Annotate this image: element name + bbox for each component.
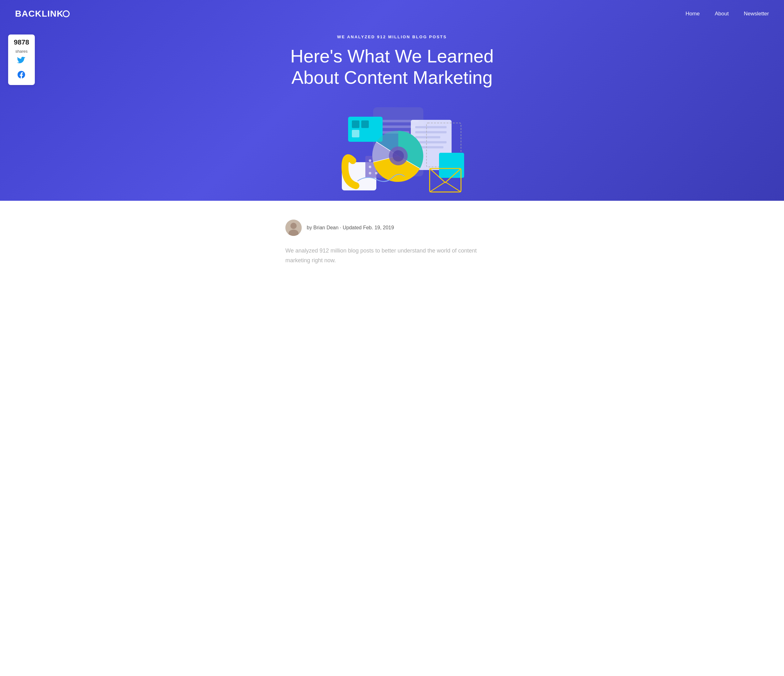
svg-line-19 bbox=[445, 182, 461, 192]
hero-subtitle: We analyzed 912 million blog posts bbox=[337, 34, 447, 39]
article-intro: We analyzed 912 million blog posts to be… bbox=[285, 246, 499, 265]
site-logo[interactable]: BACKLINK bbox=[15, 9, 70, 19]
svg-point-24 bbox=[369, 166, 371, 168]
svg-rect-15 bbox=[439, 153, 464, 178]
svg-rect-6 bbox=[415, 131, 446, 133]
twitter-share-button[interactable] bbox=[17, 57, 26, 68]
svg-point-34 bbox=[393, 150, 404, 162]
hero-title: Here's What We Learned About Content Mar… bbox=[273, 45, 511, 89]
nav-links: Home About Newsletter bbox=[686, 11, 769, 17]
author-row: by Brian Dean · Updated Feb. 19, 2019 bbox=[285, 220, 499, 236]
hero-illustration bbox=[304, 101, 480, 198]
facebook-share-button[interactable] bbox=[17, 71, 25, 81]
logo-o-icon bbox=[63, 10, 70, 17]
svg-rect-12 bbox=[352, 120, 359, 128]
share-count: 9878 bbox=[14, 39, 29, 46]
svg-point-28 bbox=[375, 172, 378, 174]
share-label: shares bbox=[16, 49, 28, 54]
main-nav: BACKLINK Home About Newsletter bbox=[0, 0, 784, 28]
svg-rect-8 bbox=[415, 141, 446, 143]
svg-point-21 bbox=[369, 159, 371, 162]
author-meta: by Brian Dean · Updated Feb. 19, 2019 bbox=[307, 225, 394, 231]
content-section: by Brian Dean · Updated Feb. 19, 2019 We… bbox=[0, 201, 784, 277]
svg-line-18 bbox=[429, 182, 445, 192]
author-avatar bbox=[285, 220, 302, 236]
svg-rect-5 bbox=[415, 126, 446, 128]
svg-rect-14 bbox=[352, 130, 359, 137]
svg-point-36 bbox=[290, 223, 297, 229]
svg-rect-7 bbox=[415, 136, 440, 138]
svg-rect-13 bbox=[361, 120, 369, 128]
svg-point-27 bbox=[369, 172, 371, 174]
nav-about[interactable]: About bbox=[715, 11, 728, 17]
share-widget: 9878 shares bbox=[8, 34, 35, 85]
nav-newsletter[interactable]: Newsletter bbox=[744, 11, 769, 17]
nav-home[interactable]: Home bbox=[686, 11, 700, 17]
